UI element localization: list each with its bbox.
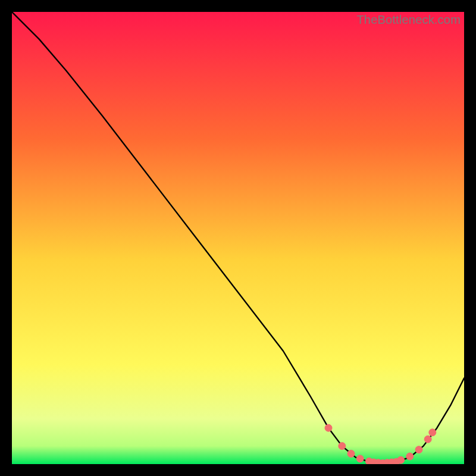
gradient-background bbox=[12, 12, 464, 464]
data-marker bbox=[325, 424, 332, 431]
data-marker bbox=[406, 453, 414, 460]
chart-frame: TheBottleneck.com bbox=[12, 12, 464, 464]
data-marker bbox=[424, 436, 431, 443]
data-marker bbox=[356, 455, 364, 462]
bottleneck-chart bbox=[12, 12, 464, 464]
data-marker bbox=[347, 450, 355, 458]
data-marker bbox=[415, 446, 422, 453]
watermark-label: TheBottleneck.com bbox=[356, 13, 461, 27]
data-marker bbox=[339, 443, 346, 450]
data-marker bbox=[397, 456, 405, 464]
data-marker bbox=[429, 429, 436, 436]
